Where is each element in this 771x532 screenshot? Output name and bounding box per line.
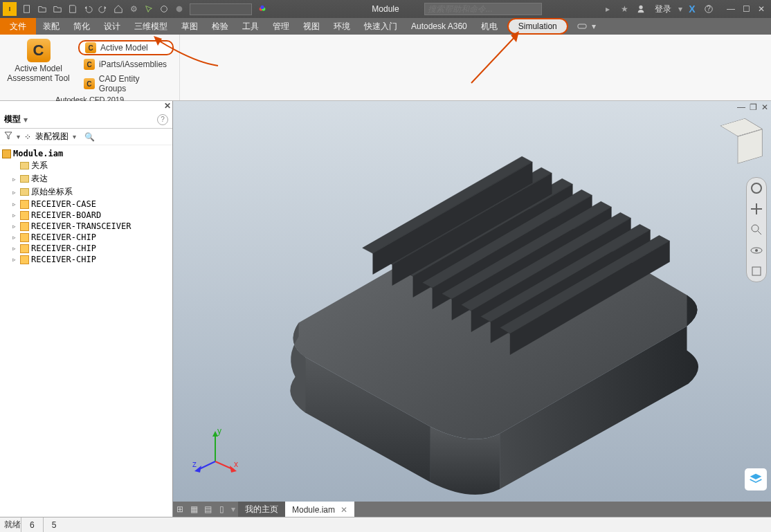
tab-grid2-icon[interactable]: ▦ [187,502,201,516]
ribbon-panel-cfd: C Active Model Assessment Tool C Active … [0,35,180,100]
window-title: Module [372,4,399,14]
folder-icon [19,174,29,184]
close-button[interactable]: ✕ [756,3,767,15]
search-tree-icon[interactable]: 🔍 [84,132,95,142]
open2-icon[interactable] [50,1,65,17]
status-n1: 6 [21,517,43,532]
menu-simulation[interactable]: Simulation [507,18,568,35]
status-bar: 就绪 6 5 [0,517,771,532]
chevron-down-icon[interactable]: ▾ [24,115,28,125]
workspace: ✕ 模型 ▾ ? ▾ ⁘ 装配视图 ▾ 🔍 Module.iam 关系▹表达▹原… [0,101,771,517]
menu-getstarted[interactable]: 快速入门 [357,18,404,35]
new-icon[interactable] [19,1,35,17]
expand-icon[interactable]: ▹ [11,176,17,183]
material-icon[interactable] [172,1,187,17]
tab-layout-icon[interactable]: ⊞ [173,502,187,516]
iparts-button[interactable]: C iParts/iAssemblies [78,58,174,71]
redo-icon[interactable] [96,1,111,17]
expand-icon[interactable]: ▹ [11,245,17,252]
3d-viewport[interactable]: — ❐ ✕ [173,101,771,517]
menu-file[interactable]: 文件 [0,18,36,35]
home-icon[interactable] [111,1,126,17]
menu-overflow-icon[interactable] [575,23,590,30]
ribbon: C Active Model Assessment Tool C Active … [0,35,771,101]
browser-header: 模型 [4,113,21,125]
filter-icon[interactable] [4,131,12,142]
tab-close-icon[interactable]: ✕ [341,505,347,515]
user-icon[interactable] [634,1,648,17]
menu-inspect[interactable]: 检验 [205,18,235,35]
tree-label: RECEIVER-CHIP [31,244,96,253]
expand-icon[interactable]: ▹ [11,212,17,219]
help-icon[interactable]: ? [702,1,716,17]
undo-icon[interactable] [80,1,96,17]
open-icon[interactable] [35,1,50,17]
rib-item-label: Active Model [100,43,148,53]
menu-env[interactable]: 环境 [327,18,357,35]
tab-module[interactable]: Module.iam ✕ [285,502,354,517]
expand-icon[interactable]: ▹ [11,201,17,208]
search-input[interactable] [424,3,542,15]
tree-node[interactable]: ▹RECEIVER-CHIP [1,254,171,265]
tree-root[interactable]: Module.iam [13,149,63,158]
color-icon[interactable] [156,1,172,17]
menu-bar: 文件 装配 简化 设计 三维模型 草图 检验 工具 管理 视图 环境 快速入门 … [0,18,771,35]
chevron-down-icon[interactable]: ▾ [592,21,596,31]
svg-text:x: x [234,459,238,469]
svg-point-5 [260,6,264,9]
tab-home[interactable]: 我的主页 [238,502,285,517]
browser-close-icon[interactable]: ✕ [164,101,171,111]
menu-sketch[interactable]: 草图 [174,18,205,35]
tree-node[interactable]: ▹RECEIVER-CASE [1,199,171,210]
minimize-button[interactable]: — [725,3,736,15]
expand-icon[interactable]: ▹ [11,256,17,263]
expand-icon[interactable]: ▹ [11,223,17,230]
tree-node[interactable]: ▹原始坐标系 [1,185,171,199]
menu-view[interactable]: 视图 [296,18,327,35]
tree-label: 表达 [31,173,48,185]
menu-design[interactable]: 设计 [97,18,127,35]
expand-icon[interactable]: ▹ [11,234,17,241]
menu-3dmodel[interactable]: 三维模型 [127,18,174,35]
tree-node[interactable]: ▹RECEIVER-BOARD [1,210,171,221]
tab-grid4-icon[interactable]: ▯ [215,502,228,516]
cad-entity-groups-button[interactable]: C CAD Entity Groups [78,73,174,94]
star-icon[interactable]: ★ [617,1,631,17]
folder-icon [19,161,29,171]
appearance-icon[interactable] [255,1,270,17]
active-model-assessment-tool-button[interactable]: C Active Model Assessment Tool [6,37,71,94]
menu-tools[interactable]: 工具 [235,18,266,35]
document-tabs: ⊞ ▦ ▤ ▯ ▾ 我的主页 Module.iam ✕ [173,502,771,517]
help-icon[interactable]: ? [157,114,168,125]
maximize-button[interactable]: ☐ [741,3,752,15]
expand-icon[interactable]: ▹ [11,189,17,196]
status-text: 就绪 [4,519,21,531]
save-icon[interactable] [65,1,80,17]
tree-node[interactable]: ▹RECEIVER-CHIP [1,232,171,243]
menu-assembly[interactable]: 装配 [36,18,66,35]
menu-electromech[interactable]: 机电 [474,18,505,35]
active-model-button[interactable]: C Active Model [78,40,174,55]
tab-grid3-icon[interactable]: ▤ [201,502,215,516]
tree-node[interactable]: 关系 [1,159,171,172]
login-link[interactable]: 登录 [655,3,671,15]
tree-node[interactable]: ▹表达 [1,172,171,185]
menu-a360[interactable]: Autodesk A360 [404,18,474,35]
gear-icon[interactable]: ⚙ [126,1,141,17]
view-icon[interactable]: ⁘ [24,132,31,142]
select-icon[interactable] [141,1,156,17]
model-browser: ✕ 模型 ▾ ? ▾ ⁘ 装配视图 ▾ 🔍 Module.iam 关系▹表达▹原… [0,101,173,517]
svg-text:?: ? [707,4,711,12]
svg-text:y: y [217,427,221,436]
menu-manage[interactable]: 管理 [266,18,296,35]
arrow-icon[interactable]: ▸ [601,1,615,17]
rib-item-label: CAD Entity Groups [99,74,168,93]
app-icon: I [3,2,17,16]
rib-item-label: iParts/iAssemblies [99,59,167,69]
tree-node[interactable]: ▹RECEIVER-TRANSCEIVER [1,221,171,232]
exchange-icon[interactable]: X [685,1,699,17]
material-dropdown[interactable] [190,3,252,15]
menu-simplify[interactable]: 简化 [66,18,97,35]
svg-point-1 [161,6,167,12]
tree-node[interactable]: ▹RECEIVER-CHIP [1,243,171,254]
